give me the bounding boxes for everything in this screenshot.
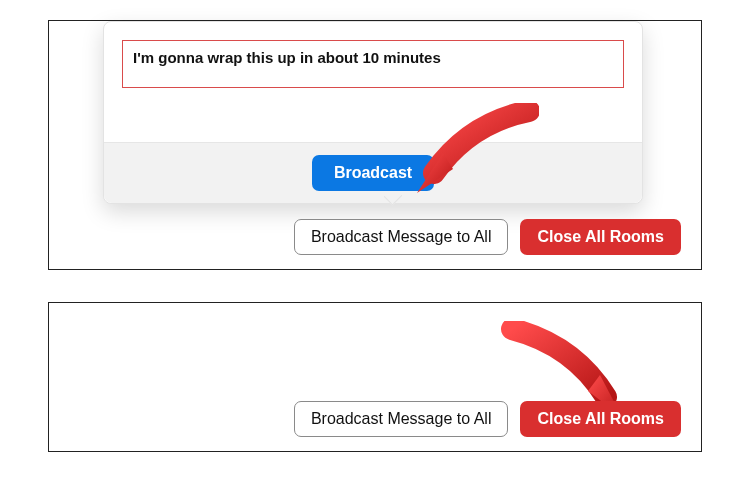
broadcast-popover: I'm gonna wrap this up in about 10 minut… (103, 21, 643, 204)
broadcast-button[interactable]: Broadcast (312, 155, 434, 191)
example-panel-broadcast: I'm gonna wrap this up in about 10 minut… (48, 20, 702, 270)
broadcast-message-to-all-button[interactable]: Broadcast Message to All (294, 401, 509, 437)
broadcast-message-to-all-button[interactable]: Broadcast Message to All (294, 219, 509, 255)
button-row: Broadcast Message to All Close All Rooms (294, 401, 681, 437)
popover-body: I'm gonna wrap this up in about 10 minut… (104, 22, 642, 142)
close-all-rooms-button[interactable]: Close All Rooms (520, 401, 681, 437)
popover-caret (384, 194, 402, 212)
broadcast-message-input[interactable]: I'm gonna wrap this up in about 10 minut… (122, 40, 624, 88)
close-all-rooms-button[interactable]: Close All Rooms (520, 219, 681, 255)
popover-footer: Broadcast (104, 142, 642, 203)
button-row: Broadcast Message to All Close All Rooms (294, 219, 681, 255)
example-panel-close-rooms: Broadcast Message to All Close All Rooms (48, 302, 702, 452)
